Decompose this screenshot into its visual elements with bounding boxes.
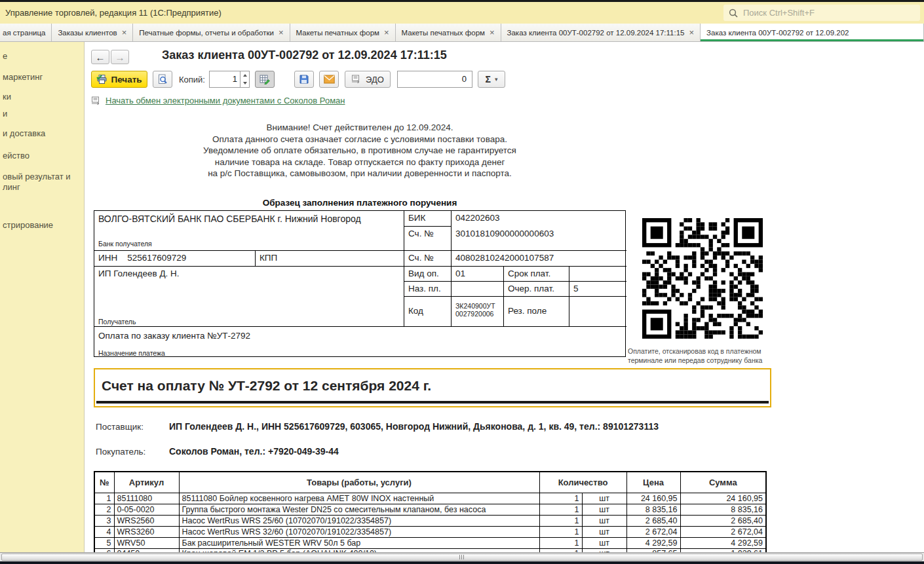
item-article: WRS3260 <box>114 526 179 537</box>
print-preview-button[interactable] <box>153 71 172 88</box>
item-row: 4 WRS3260 Насос WertRus WRS 32/60 (10702… <box>94 526 766 537</box>
buyer-label: Покупатель: <box>96 447 145 457</box>
sidebar-item-main[interactable]: е <box>3 51 7 62</box>
tab-client-orders[interactable]: Заказы клиентов × <box>52 24 133 41</box>
counter-field[interactable]: 0 <box>397 71 472 88</box>
payment-sample-title: Образец заполнения платежного поручения <box>94 198 626 208</box>
printer-icon <box>96 74 107 85</box>
spin-down-icon[interactable] <box>241 79 249 87</box>
item-unit: шт <box>582 526 626 537</box>
invoice-title-box: Счет на оплату № УТ-2792 от 12 сентября … <box>94 368 771 407</box>
item-row: 1 85111080 85111080 Бойлер косвенного на… <box>94 493 766 504</box>
item-row: 2 0-05-0020 Группа быстрого монтажа West… <box>94 504 766 515</box>
counter-value: 0 <box>398 74 467 84</box>
account-value-cell: 40802810242000107587 <box>452 250 626 267</box>
supplier-value: ИП Голендеев Д. Н., ИНН 525617609729, 60… <box>169 421 659 432</box>
vid-op-value-cell: 01 <box>452 267 504 282</box>
sidebar-item-sales[interactable]: и <box>3 109 7 119</box>
edo-label: ЭДО <box>366 75 384 85</box>
horizontal-scrollbar[interactable] <box>0 552 924 561</box>
table-settings-button[interactable] <box>255 71 275 88</box>
spin-up-icon[interactable] <box>241 71 249 79</box>
ocher-plat-label-cell: Очер. плат. <box>504 282 569 297</box>
tab-print-templates-2[interactable]: Макеты печатных форм × <box>396 24 501 41</box>
col-goods: Товары (работы, услуги) <box>179 472 539 493</box>
qr-code <box>642 218 763 339</box>
copies-stepper[interactable]: 1 <box>209 71 250 88</box>
tab-home[interactable]: ая страница <box>0 24 52 41</box>
search-input[interactable] <box>742 7 920 18</box>
sidebar-item-purchases[interactable]: ки <box>3 92 11 102</box>
scrollbar-grip-icon <box>459 555 465 559</box>
edo-start-exchange-link[interactable]: Начать обмен электронными документами с … <box>106 96 345 105</box>
preview-icon <box>157 74 168 85</box>
window-titlebar: Управление торговлей, редакция 11 (1С:Пр… <box>0 2 924 24</box>
sections-sidebar: е маркетинг ки и и доставка ейство овый … <box>0 42 85 552</box>
item-unit: шт <box>582 515 626 526</box>
edo-exchange-icon <box>351 75 362 84</box>
item-price: 2 672,04 <box>626 526 680 537</box>
sidebar-item-treasury[interactable]: ейство <box>3 151 29 161</box>
tab-close-icon[interactable]: × <box>490 28 495 37</box>
email-button[interactable] <box>319 71 339 88</box>
receiver-cell: ИП Голендеев Д. Н. Получатель <box>94 267 404 326</box>
tab-close-icon[interactable]: × <box>279 28 284 37</box>
vid-op-label-cell: Вид оп. <box>404 267 452 282</box>
item-name: Насос WertRus WRS 32/60 (10702070/191022… <box>179 526 539 537</box>
bank-name: ВОЛГО-ВЯТСКИЙ БАНК ПАО СБЕРБАНК г. Нижни… <box>98 214 361 224</box>
col-price: Цена <box>626 472 680 493</box>
receiver-name: ИП Голендеев Д. Н. <box>98 269 180 278</box>
print-button[interactable]: Печать <box>91 71 147 88</box>
srok-plat-label-cell: Срок плат. <box>504 267 569 282</box>
item-qty: 1 <box>539 515 582 526</box>
title-underline <box>96 401 769 404</box>
item-unit: шт <box>582 504 626 515</box>
kod-label-cell: Код <box>404 297 452 326</box>
col-article: Артикул <box>114 472 179 493</box>
qr-caption: Оплатите, отсканировав код в платежном т… <box>628 347 779 365</box>
copies-spin-buttons[interactable] <box>240 71 249 87</box>
rez-pole-value-cell <box>569 297 626 326</box>
sum-button[interactable]: Σ ▾ <box>478 71 505 88</box>
sidebar-item-admin[interactable]: стрирование <box>3 220 53 231</box>
bik-value-cell: 042202603 <box>452 211 626 227</box>
sidebar-item-finresult[interactable]: овый результат и линг <box>3 172 70 193</box>
item-row: 3 WRS2560 Насос WertRus WRS 25/60 (10702… <box>94 515 766 526</box>
item-article: 0-05-0020 <box>114 504 179 515</box>
item-qty: 1 <box>539 537 582 548</box>
sidebar-item-warehouse[interactable]: и доставка <box>3 128 45 139</box>
page-title: Заказ клиента 00УТ-002792 от 12.09.2024 … <box>162 48 447 62</box>
tab-close-icon[interactable]: × <box>689 28 694 37</box>
edo-button[interactable]: ЭДО <box>345 71 391 88</box>
item-num: 1 <box>94 493 114 504</box>
item-num: 2 <box>94 504 114 515</box>
global-search[interactable] <box>723 5 920 21</box>
corr-account-value-cell: 30101810900000000603 <box>452 227 626 250</box>
tab-client-order-active[interactable]: Заказ клиента 00УТ-002792 от 12.09.202 <box>701 24 924 41</box>
ocher-plat-value-cell: 5 <box>569 282 626 297</box>
tab-close-icon[interactable]: × <box>384 28 389 37</box>
save-button[interactable] <box>294 71 314 88</box>
purpose-text: Оплата по заказу клиента №УТ-2792 <box>98 331 250 341</box>
forward-arrow-icon: → <box>115 52 125 63</box>
copies-value: 1 <box>210 74 237 84</box>
sidebar-item-crm[interactable]: маркетинг <box>3 72 43 83</box>
item-num: 3 <box>94 515 114 526</box>
tab-print-forms-reports[interactable]: Печатные формы, отчеты и обработки × <box>133 24 290 41</box>
tab-label: Макеты печатных форм <box>296 29 379 37</box>
item-name: Бак расширительный WESTER WRV 50л 5 бар <box>179 537 539 548</box>
tab-label: Заказ клиента 00УТ-002792 от 12.09.2024 … <box>507 29 685 37</box>
col-num: № <box>94 472 114 493</box>
tab-print-templates-1[interactable]: Макеты печатных форм × <box>290 24 396 41</box>
back-button[interactable]: ← <box>91 50 109 64</box>
scrollbar-thumb[interactable] <box>1 554 923 561</box>
forward-button[interactable]: → <box>111 50 129 64</box>
tab-bar: ая страница Заказы клиентов × Печатные ф… <box>0 24 924 42</box>
item-num: 4 <box>94 526 114 537</box>
invoice-warning-text: Внимание! Счет действителен до 12.09.202… <box>94 122 626 179</box>
tab-close-icon[interactable]: × <box>122 28 127 37</box>
corr-account-label-cell: Сч. № <box>404 227 452 250</box>
tab-client-order-1[interactable]: Заказ клиента 00УТ-002792 от 12.09.2024 … <box>501 24 701 41</box>
print-label: Печать <box>111 75 142 85</box>
item-qty: 1 <box>539 504 582 515</box>
